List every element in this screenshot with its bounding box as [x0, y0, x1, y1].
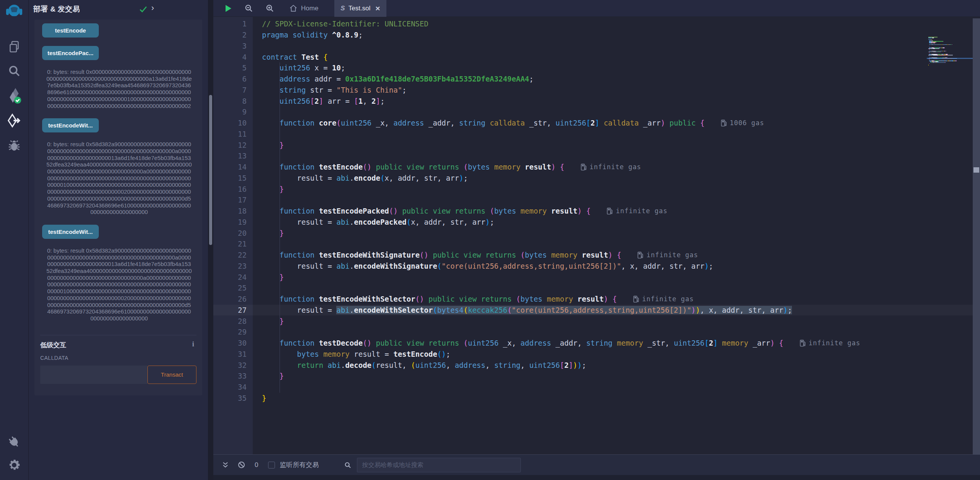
code-text: function testDecode() public view return…	[253, 339, 784, 347]
code-line[interactable]: 28 }	[213, 315, 980, 327]
code-line[interactable]: 12 }	[213, 139, 980, 150]
icon-rail	[0, 0, 29, 480]
line-number: 34	[213, 383, 253, 391]
line-number: 20	[213, 229, 253, 237]
listen-transactions-checkbox[interactable]	[268, 462, 275, 469]
clear-console-icon[interactable]	[237, 461, 245, 469]
code-line[interactable]: 10 function core(uint256 _x, address _ad…	[213, 118, 980, 129]
code-line[interactable]: 27 result = abi.encodeWithSelector(bytes…	[213, 305, 980, 316]
transaction-search-input[interactable]	[357, 458, 521, 472]
remix-logo-icon[interactable]	[6, 3, 23, 20]
code-line[interactable]: 35}	[213, 393, 980, 404]
code-text: pragma solidity ^0.8.9;	[253, 31, 363, 39]
minimap[interactable]	[928, 37, 973, 65]
code-text: result = abi.encodeWithSignature("core(u…	[253, 262, 713, 270]
chevron-right-icon[interactable]: ›	[151, 4, 154, 12]
calldata-input[interactable]	[40, 366, 147, 384]
contract-function-button[interactable]: testEncode	[42, 23, 99, 38]
gas-pump-icon	[581, 163, 587, 171]
run-script-icon[interactable]	[223, 4, 232, 13]
code-line[interactable]: 25	[213, 282, 980, 294]
code-line[interactable]: 17	[213, 194, 980, 206]
code-line[interactable]: 29	[213, 327, 980, 338]
line-number: 17	[213, 196, 253, 204]
code-editor[interactable]: 1// SPDX-License-Identifier: UNLICENSED2…	[213, 17, 980, 454]
solidity-compiler-icon[interactable]	[6, 87, 23, 104]
deploy-and-run-icon[interactable]	[6, 112, 23, 129]
indent-guide	[280, 194, 280, 206]
settings-icon[interactable]	[6, 457, 23, 473]
debugger-icon[interactable]	[6, 137, 23, 154]
low-level-title: 低级交互	[40, 341, 196, 349]
indent-guide	[280, 327, 280, 338]
line-number: 7	[213, 86, 253, 94]
code-line[interactable]: 5 uint256 x = 10;	[213, 62, 980, 73]
deploy-run-panel: 部署 & 发交易 › testEncodetestEncodePac...0: …	[29, 0, 208, 480]
indent-guide	[280, 271, 280, 282]
code-line[interactable]: 31 bytes memory result = testEncode();	[213, 349, 980, 360]
code-text: contract Test {	[253, 53, 328, 61]
code-line[interactable]: 9	[213, 106, 980, 118]
editor-scrollbar[interactable]	[973, 18, 980, 480]
code-line[interactable]: 2pragma solidity ^0.8.9;	[213, 29, 980, 41]
contract-function-button[interactable]: testEncodeWit...	[42, 225, 99, 239]
editor-scrollbar-thumb[interactable]	[973, 167, 979, 173]
code-line[interactable]: 21	[213, 238, 980, 250]
code-line[interactable]: 19 result = abi.encodePacked(x, addr, st…	[213, 217, 980, 228]
line-number: 4	[213, 53, 253, 61]
line-number: 23	[213, 262, 253, 270]
code-line[interactable]: 3	[213, 41, 980, 52]
code-line[interactable]: 23 result = abi.encodeWithSignature("cor…	[213, 261, 980, 272]
code-line[interactable]: 33 }	[213, 371, 980, 382]
gas-estimate-badge: infinite gas	[637, 251, 698, 259]
contract-function-button[interactable]: testEncodePac...	[42, 46, 99, 60]
code-line[interactable]: 15 result = abi.encode(x, addr, str, arr…	[213, 173, 980, 184]
tab-test-sol[interactable]: S Test.sol ×	[334, 0, 386, 17]
code-line[interactable]: 18 function testEncodePacked() public vi…	[213, 206, 980, 217]
code-line[interactable]: 24 }	[213, 271, 980, 282]
indent-guide	[280, 261, 280, 272]
zoom-in-icon[interactable]	[265, 3, 275, 13]
code-line[interactable]: 26 function testEncodeWithSelector() pub…	[213, 294, 980, 305]
tab-home[interactable]: Home	[283, 0, 324, 17]
contract-function-button[interactable]: testEncodeWit...	[42, 118, 99, 132]
zoom-out-icon[interactable]	[244, 3, 254, 13]
code-line[interactable]: 22 function testEncodeWithSignature() pu…	[213, 250, 980, 261]
code-text: // SPDX-License-Identifier: UNLICENSED	[253, 20, 429, 28]
code-line[interactable]: 34	[213, 382, 980, 393]
code-text: string str = "This is China";	[253, 86, 407, 94]
line-number: 21	[213, 240, 253, 248]
code-line[interactable]: 16 }	[213, 183, 980, 194]
code-line[interactable]: 14 function testEncode() public view ret…	[213, 162, 980, 173]
chevron-double-down-icon[interactable]	[222, 461, 229, 469]
indent-guide	[280, 106, 280, 118]
line-number: 22	[213, 251, 253, 259]
code-line[interactable]: 30 function testDecode() public view ret…	[213, 338, 980, 349]
code-line[interactable]: 6 address addr = 0x13a6D1fe418de7e5B03Fb…	[213, 73, 980, 85]
close-icon[interactable]: ×	[375, 5, 380, 12]
code-line[interactable]: 32 return abi.decode(result, (uint256, a…	[213, 359, 980, 371]
search-icon[interactable]	[6, 62, 23, 79]
code-line[interactable]: 1// SPDX-License-Identifier: UNLICENSED	[213, 18, 980, 29]
indent-guide	[280, 359, 280, 371]
code-line[interactable]: 13	[213, 150, 980, 162]
panel-splitter[interactable]	[208, 0, 213, 480]
remix-ide-window: 部署 & 发交易 › testEncodetestEncodePac...0: …	[0, 0, 980, 480]
transact-button[interactable]: Transact	[147, 366, 196, 384]
terminal: 0 监听所有交易	[213, 454, 980, 480]
code-text: result = abi.encodeWithSelector(bytes4(k…	[253, 306, 792, 314]
indent-guide	[280, 73, 280, 85]
line-number: 10	[213, 119, 253, 127]
info-icon[interactable]: i	[192, 340, 194, 348]
code-line[interactable]: 20 }	[213, 227, 980, 238]
code-line[interactable]: 7 string str = "This is China";	[213, 85, 980, 96]
file-explorer-icon[interactable]	[6, 38, 23, 55]
code-line[interactable]: 11	[213, 129, 980, 140]
line-number: 24	[213, 273, 253, 281]
panel-scrollbar-thumb[interactable]	[209, 95, 212, 245]
code-line[interactable]: 8 uint256[2] arr = [1, 2];	[213, 95, 980, 106]
line-number: 16	[213, 185, 253, 193]
listen-transactions-label: 监听所有交易	[280, 460, 319, 469]
code-line[interactable]: 4contract Test {	[213, 51, 980, 62]
plugin-manager-icon[interactable]	[6, 434, 23, 451]
